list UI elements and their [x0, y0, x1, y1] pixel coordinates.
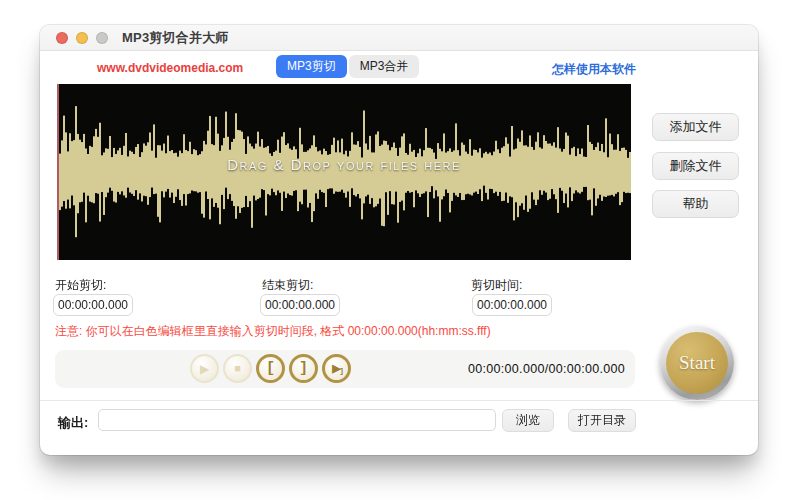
stop-icon: ■ [234, 363, 241, 374]
drop-hint-text: Drag & Drop your files here [57, 156, 631, 173]
tab-mp3-merge[interactable]: MP3合并 [349, 55, 420, 78]
help-link[interactable]: 怎样使用本软件 [552, 61, 636, 78]
format-note: 注意: 你可以在白色编辑框里直接输入剪切时间段, 格式 00:00:00.000… [55, 323, 491, 340]
mark-end-icon: ] [299, 361, 308, 376]
waveform-drop-area[interactable]: Drag & Drop your files here [57, 84, 631, 260]
start-button-label: Start [679, 352, 715, 374]
cut-duration-label: 剪切时间: [471, 277, 522, 294]
mark-start-icon: [ [266, 361, 275, 376]
titlebar: MP3剪切合并大师 [40, 25, 758, 51]
browse-button[interactable]: 浏览 [502, 409, 554, 432]
end-cut-label: 结束剪切: [262, 277, 313, 294]
output-path-input[interactable] [98, 409, 496, 431]
app-window: MP3剪切合并大师 www.dvdvideomedia.com MP3剪切 MP… [40, 25, 758, 455]
bottom-separator [40, 400, 758, 401]
player-bar: ▶ ■ [ ] ▶ ] 00:00:00.000/00:00:00.000 [55, 350, 635, 388]
play-selection-mark-icon: ] [339, 366, 344, 375]
start-button[interactable]: Start [660, 326, 734, 400]
play-button: ▶ [190, 354, 219, 383]
play-icon: ▶ [200, 363, 209, 375]
end-cut-input[interactable] [260, 294, 340, 316]
start-cut-label: 开始剪切: [55, 277, 106, 294]
help-button[interactable]: 帮助 [652, 190, 739, 218]
close-button[interactable] [56, 32, 68, 44]
open-directory-button[interactable]: 打开目录 [568, 409, 636, 432]
start-cut-input[interactable] [53, 294, 133, 316]
play-selection-button[interactable]: ▶ ] [322, 354, 351, 383]
minimize-button[interactable] [76, 32, 88, 44]
mark-end-button[interactable]: ] [289, 354, 318, 383]
stop-button: ■ [223, 354, 252, 383]
window-title: MP3剪切合并大师 [122, 29, 229, 47]
time-display: 00:00:00.000/00:00:00.000 [468, 350, 625, 388]
tab-bar: MP3剪切 MP3合并 [276, 55, 419, 78]
delete-file-button[interactable]: 删除文件 [652, 152, 739, 180]
tab-mp3-cut[interactable]: MP3剪切 [276, 55, 347, 78]
zoom-button [96, 32, 108, 44]
mark-start-button[interactable]: [ [256, 354, 285, 383]
cut-duration-input[interactable] [472, 294, 552, 316]
player-controls: ▶ ■ [ ] ▶ ] [190, 354, 351, 383]
add-file-button[interactable]: 添加文件 [652, 113, 739, 141]
start-button-face: Start [666, 332, 728, 394]
website-link[interactable]: www.dvdvideomedia.com [97, 61, 243, 75]
output-label: 输出: [58, 414, 88, 432]
traffic-lights [56, 32, 108, 44]
